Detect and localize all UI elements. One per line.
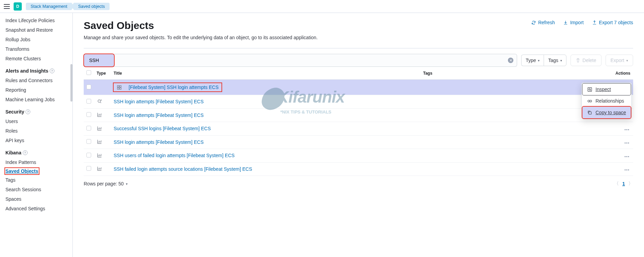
type-icon	[116, 85, 122, 90]
rows-per-page[interactable]: Rows per page: 50▾	[84, 181, 128, 186]
sidebar-heading-security: Security ?	[0, 104, 72, 117]
sidebar-item-transforms[interactable]: Transforms	[0, 44, 72, 54]
object-title-link[interactable]: SSH login attempts [Filebeat System] ECS	[114, 139, 204, 145]
pagination: 〈 1 〉	[614, 181, 633, 187]
import-icon	[563, 20, 568, 25]
export-icon	[592, 20, 597, 25]
sidebar-item-rules[interactable]: Rules and Connectors	[0, 76, 72, 85]
page-prev[interactable]: 〈	[614, 181, 619, 187]
breadcrumb-stack-management[interactable]: Stack Management	[26, 3, 74, 10]
sidebar-item-rollup[interactable]: Rollup Jobs	[0, 35, 72, 44]
main-content: ⬤Kifarunix *NIX TIPS & TUTORIALS Saved O…	[73, 13, 644, 257]
help-icon[interactable]: ?	[26, 109, 30, 114]
row-actions-button[interactable]	[623, 155, 630, 158]
table-row: SSH failed login attempts source locatio…	[84, 162, 633, 176]
object-title-link[interactable]: SSH login attempts [Filebeat System] ECS	[114, 99, 204, 104]
sidebar-item-saved-objects[interactable]: Saved Objects	[5, 168, 39, 175]
menu-icon[interactable]	[3, 2, 11, 11]
type-icon	[97, 152, 102, 158]
row-actions-button[interactable]	[623, 128, 630, 132]
trash-icon	[576, 58, 580, 63]
sidebar-item-ml[interactable]: Machine Learning Jobs	[0, 95, 72, 104]
select-all-checkbox[interactable]	[86, 70, 91, 75]
table-row: [Filebeat System] SSH login attempts ECS	[84, 80, 633, 95]
row-context-menu: Inspect Relationships Copy to space	[581, 82, 632, 119]
row-checkbox[interactable]	[86, 99, 91, 104]
sidebar-item-roles[interactable]: Roles	[0, 126, 72, 136]
object-title-link[interactable]: [Filebeat System] SSH login attempts ECS	[129, 85, 219, 90]
scrollbar[interactable]	[70, 64, 72, 102]
menu-relationships[interactable]: Relationships	[582, 95, 631, 107]
saved-objects-table: Type Title Tags Actions [Filebeat System…	[84, 67, 633, 176]
page-description: Manage and share your saved objects. To …	[84, 34, 318, 41]
sidebar-item-spaces[interactable]: Spaces	[0, 194, 72, 204]
delete-button[interactable]: Delete	[571, 55, 601, 66]
type-icon	[97, 139, 102, 145]
type-filter[interactable]: Type▾	[521, 55, 544, 66]
search-input-wrapper	[84, 54, 114, 67]
type-icon	[97, 125, 102, 131]
export-button[interactable]: Export 7 objects	[592, 20, 633, 25]
row-checkbox[interactable]	[86, 153, 91, 157]
sidebar-item-index-patterns[interactable]: Index Patterns	[0, 157, 72, 167]
clear-search-button[interactable]: ✕	[508, 58, 513, 63]
svg-point-5	[98, 100, 100, 102]
breadcrumb-saved-objects[interactable]: Saved objects	[71, 3, 110, 10]
page-number[interactable]: 1	[622, 181, 625, 186]
row-actions-button[interactable]	[623, 168, 630, 172]
menu-inspect[interactable]: Inspect	[582, 84, 631, 95]
col-actions: Actions	[613, 67, 633, 80]
col-type[interactable]: Type	[94, 67, 111, 80]
sidebar-item-api-keys[interactable]: API keys	[0, 136, 72, 145]
svg-rect-6	[588, 87, 591, 91]
object-title-link[interactable]: Successful SSH logins [Filebeat System] …	[114, 126, 211, 131]
import-button[interactable]: Import	[563, 20, 584, 25]
table-row: SSH login attempts [Filebeat System] ECS	[84, 135, 633, 149]
sidebar-item-search-sessions[interactable]: Search Sessions	[0, 185, 72, 194]
table-row: SSH login attempts [Filebeat System] ECS	[84, 108, 633, 122]
top-header: D Stack Management Saved objects	[0, 0, 644, 13]
export-selected-button[interactable]: Export▾	[606, 55, 633, 66]
inspect-icon	[587, 87, 592, 92]
sidebar-item-tags[interactable]: Tags	[0, 175, 72, 185]
row-checkbox[interactable]	[86, 112, 91, 117]
col-title[interactable]: Title	[111, 67, 420, 80]
svg-rect-10	[589, 111, 591, 114]
table-row: Successful SSH logins [Filebeat System] …	[84, 122, 633, 136]
breadcrumb: Stack Management Saved objects	[24, 3, 110, 10]
row-checkbox[interactable]	[86, 126, 91, 131]
sidebar-item-users[interactable]: Users	[0, 117, 72, 126]
copy-icon	[587, 110, 592, 115]
help-icon[interactable]: ?	[50, 69, 54, 73]
search-input[interactable]	[87, 58, 149, 63]
tags-filter[interactable]: Tags▾	[544, 55, 566, 66]
menu-copy-to-space[interactable]: Copy to space	[582, 107, 631, 118]
table-row: SSH users of failed login attempts [File…	[84, 149, 633, 163]
sidebar-item-reporting[interactable]: Reporting	[0, 85, 72, 95]
toolbar: ✕ Type▾ Tags▾ Delete Export▾	[84, 54, 633, 67]
sidebar-item-advanced[interactable]: Advanced Settings	[0, 204, 72, 213]
help-icon[interactable]: ?	[23, 150, 28, 155]
table-footer: Rows per page: 50▾ 〈 1 〉	[84, 176, 633, 192]
refresh-button[interactable]: Refresh	[531, 20, 555, 25]
svg-rect-4	[119, 88, 121, 89]
object-title-link[interactable]: SSH failed login attempts source locatio…	[114, 166, 252, 172]
object-title-link[interactable]: SSH login attempts [Filebeat System] ECS	[114, 112, 204, 118]
sidebar-item-remote[interactable]: Remote Clusters	[0, 54, 72, 63]
sidebar-item-snapshot[interactable]: Snapshot and Restore	[0, 25, 72, 35]
row-checkbox[interactable]	[86, 166, 91, 171]
space-avatar[interactable]: D	[14, 2, 22, 11]
page-next[interactable]: 〉	[628, 181, 633, 187]
sidebar-item-ilm[interactable]: Index Lifecycle Policies	[0, 16, 72, 25]
refresh-icon	[531, 20, 536, 25]
filter-group: Type▾ Tags▾	[521, 55, 566, 66]
svg-point-7	[589, 88, 590, 90]
row-checkbox[interactable]	[86, 85, 91, 89]
row-checkbox[interactable]	[86, 139, 91, 144]
sidebar: Index Lifecycle Policies Snapshot and Re…	[0, 13, 73, 257]
object-title-link[interactable]: SSH users of failed login attempts [File…	[114, 153, 235, 158]
divider	[84, 48, 633, 48]
row-actions-button[interactable]	[623, 141, 630, 145]
col-tags[interactable]: Tags	[420, 67, 613, 80]
svg-rect-2	[119, 85, 121, 87]
